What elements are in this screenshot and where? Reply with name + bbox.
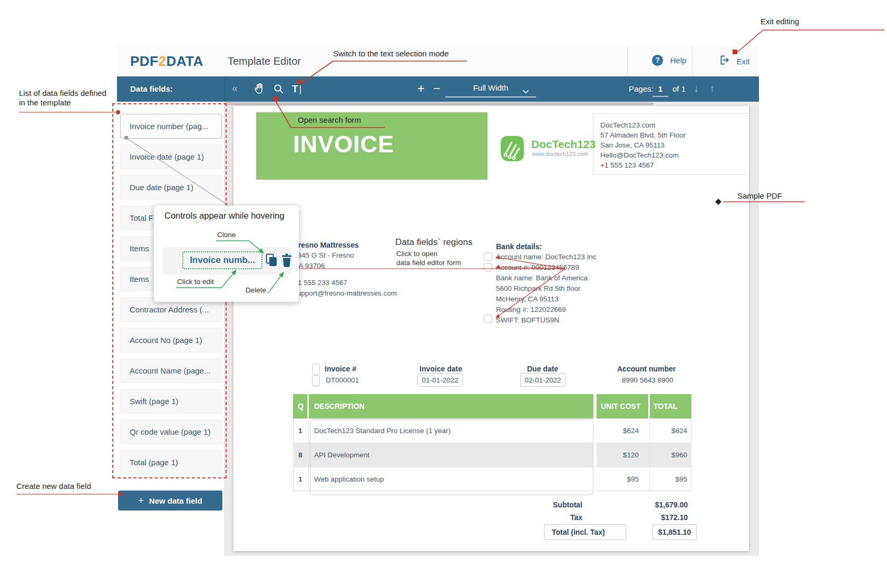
bank-line: Bank name: Bank of America	[496, 273, 588, 283]
text-select-icon[interactable]: T|	[292, 83, 301, 95]
data-field-region-marker[interactable]	[484, 252, 492, 261]
company-address-line: San Jose, CA 95113	[600, 140, 665, 151]
company-address-line: 57 Almaden Blvd, 5th Floor	[600, 130, 686, 141]
table-cell-unit-cost: $120	[599, 450, 639, 460]
search-icon[interactable]	[273, 83, 284, 96]
field-chip[interactable]: Invoice numb...	[182, 251, 262, 269]
exit-button[interactable]: Exit	[719, 55, 749, 67]
bank-details-heading: Bank details:	[496, 241, 542, 252]
help-button[interactable]: ? Help	[652, 55, 686, 66]
data-field-region-marker[interactable]	[312, 375, 320, 386]
total-value-region[interactable]: $1,851.10	[652, 524, 697, 540]
logo-2: 2	[159, 53, 167, 69]
tax-label: Tax	[477, 513, 582, 522]
total-label-region[interactable]: Total (incl. Tax)	[544, 524, 626, 540]
toolbar-separator	[224, 76, 225, 102]
sidebar-field-item[interactable]: Swift (page 1)	[120, 389, 222, 414]
sidebar-title: Data fields:	[130, 84, 173, 93]
exit-label: Exit	[736, 57, 749, 66]
logo-pdf: PDF	[130, 53, 159, 69]
trash-icon[interactable]	[281, 253, 293, 270]
new-data-field-label: New data field	[149, 496, 202, 505]
app-logo: PDF2DATA	[130, 53, 203, 70]
annotation-list-fields-line1: List of data fields defined	[19, 89, 106, 97]
sidebar-field-item[interactable]: Invoice date (page 1)	[120, 144, 222, 169]
annotation-sample-pdf: Sample PDF	[737, 191, 782, 200]
sidebar-field-item[interactable]: Account Name (page...	[120, 358, 222, 383]
zoom-mode-value: Full Width	[473, 83, 509, 92]
invoice-no-label: Invoice #	[325, 365, 356, 373]
text-cursor-glyph: |	[299, 84, 302, 94]
subtotal-value: $1,679.00	[582, 501, 688, 509]
invoice-date-region[interactable]: 01-01-2022	[417, 373, 463, 387]
delete-label: Delete	[246, 286, 266, 294]
pages-label: Pages:	[629, 84, 654, 93]
items-region-outline[interactable]	[310, 419, 593, 495]
logo-data: DATA	[166, 53, 203, 69]
annotation-list-fields-line2: in the template	[19, 98, 71, 107]
account-number-value: 8990 5643 8900	[622, 375, 674, 386]
bank-line: SWIFT: BOFTUS9N	[496, 315, 559, 326]
data-field-region-marker[interactable]	[484, 263, 492, 271]
help-label: Help	[670, 56, 686, 65]
bank-line: Account name: DocTech123 Inc	[496, 252, 597, 262]
pan-hand-icon[interactable]	[254, 83, 265, 97]
table-cell-qty: 1	[298, 426, 303, 436]
annotation-exit-editing: Exit editing	[761, 17, 799, 26]
company-address-line: DocTech123.com	[600, 120, 655, 131]
customer-address-line: 2345 G St - Fresno	[294, 250, 354, 261]
screenshot-root: PDF2DATA Template Editor ? Help Exit Dat…	[0, 0, 887, 588]
company-address-line: Hello@DocTech123.com	[600, 150, 679, 161]
header-divider	[627, 45, 628, 76]
zoom-in-icon[interactable]: +	[417, 82, 424, 96]
invoice-title: INVOICE	[293, 131, 394, 158]
clone-label: Clone	[217, 231, 236, 239]
header-cell-gap	[648, 394, 650, 418]
bank-line: 5600 Richpark Rd 5th floor	[496, 283, 581, 294]
company-url: www.doctech123.com	[532, 151, 588, 157]
clone-icon[interactable]	[266, 253, 278, 270]
table-header-unit-cost: UNIT COST	[601, 402, 640, 410]
table-cell-total: $624	[643, 426, 687, 436]
page-down-icon[interactable]: ↓	[694, 82, 699, 94]
zoom-mode-select[interactable]: Full Width	[445, 82, 536, 97]
due-date-region[interactable]: 02-01-2022	[520, 373, 566, 387]
collapse-sidebar-icon[interactable]: «	[232, 82, 238, 94]
page-number-value: 1	[658, 84, 662, 93]
page-title: Template Editor	[228, 55, 301, 67]
annotation-regions-title: Data fields` regions	[395, 237, 472, 248]
header-cell-gap	[307, 394, 309, 418]
account-number-label: Account number	[617, 365, 676, 373]
annotation-regions-line1: Click to open	[396, 250, 437, 258]
new-data-field-button[interactable]: + New data field	[118, 491, 222, 511]
page-up-icon[interactable]: ↑	[709, 82, 715, 94]
click-to-edit-label: Click to edit	[177, 278, 214, 286]
bank-line: McHenry, CA 95113	[496, 294, 559, 305]
annotation-switch-text-mode: Switch to the text selection mode	[333, 49, 449, 58]
sidebar-field-item[interactable]: Due date (page 1)	[120, 175, 222, 200]
region-gap	[593, 394, 597, 491]
horizontal-scrollbar[interactable]	[224, 102, 759, 106]
sidebar-field-item[interactable]: Account No (page 1)	[120, 328, 222, 352]
bank-line: Routing #: 122022669	[496, 305, 566, 315]
table-cell-unit-cost: $95	[599, 474, 639, 485]
data-field-region-marker[interactable]	[484, 315, 492, 323]
customer-phone: +1 555 233 4567	[294, 278, 347, 288]
company-name: DocTech123	[531, 138, 596, 151]
pages-total: of 1	[672, 84, 686, 93]
plus-icon: +	[138, 495, 144, 506]
tooltip-title: Controls appear while hovering	[164, 211, 284, 221]
table-header-total: TOTAL	[654, 402, 677, 410]
sidebar-field-item[interactable]: Total (page 1)	[120, 450, 222, 475]
doctech-logo-icon	[494, 132, 528, 168]
scrollbar-thumb[interactable]	[224, 102, 654, 105]
sidebar-field-item[interactable]: Invoice number (pag...	[120, 114, 222, 139]
table-cell-total: $960	[643, 450, 687, 460]
zoom-out-icon[interactable]: −	[433, 82, 440, 96]
page-number-input[interactable]: 1	[652, 82, 668, 97]
sidebar-field-item[interactable]: Qr code value (page 1)	[120, 419, 222, 444]
text-tool-glyph: T	[292, 83, 298, 94]
data-field-region-marker[interactable]	[312, 364, 320, 375]
invoice-no-value: DT000001	[326, 375, 359, 386]
invoice-date-label: Invoice date	[420, 365, 462, 373]
